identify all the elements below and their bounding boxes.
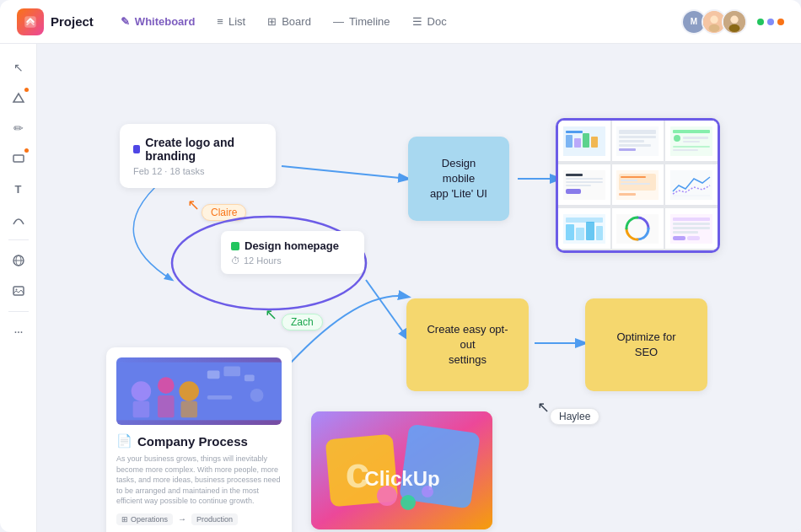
haylee-label: Haylee <box>550 408 599 425</box>
create-logo-card[interactable]: Create logo and branding Feb 12 · 18 tas… <box>120 124 276 188</box>
create-logo-subtitle: Feb 12 · 18 tasks <box>133 166 262 176</box>
svg-rect-19 <box>591 137 598 148</box>
more-tool[interactable]: ··· <box>5 319 32 346</box>
svg-rect-27 <box>673 130 710 133</box>
svg-rect-15 <box>566 131 583 133</box>
create-optout-text: Create easy opt-out settings <box>427 322 508 368</box>
create-logo-title: Create logo and branding <box>133 136 262 163</box>
connector-tool[interactable] <box>5 206 32 233</box>
tab-board[interactable]: ⊞ Board <box>257 10 321 33</box>
tag-operations: ⊞ Operations <box>116 513 173 525</box>
header-right: M <box>681 9 784 35</box>
svg-rect-43 <box>621 183 650 185</box>
arrow-icon: → <box>178 514 186 524</box>
svg-rect-36 <box>566 181 603 183</box>
svg-rect-37 <box>566 185 591 186</box>
app-logo <box>17 8 44 35</box>
image-tool[interactable] <box>5 277 32 304</box>
svg-rect-44 <box>619 193 636 196</box>
svg-point-2 <box>710 15 718 23</box>
svg-point-79 <box>377 486 397 506</box>
zach-label: Zach <box>282 314 323 330</box>
svg-point-3 <box>709 24 720 31</box>
svg-rect-57 <box>673 223 710 225</box>
svg-rect-60 <box>673 236 685 240</box>
status-dot-purple <box>767 19 774 25</box>
svg-rect-42 <box>621 180 637 181</box>
create-optout-card[interactable]: Create easy opt-out settings <box>406 298 529 391</box>
svg-point-81 <box>422 486 433 497</box>
project-title: Project <box>51 14 94 29</box>
doc-icon: ☰ <box>412 15 422 28</box>
svg-rect-51 <box>586 222 594 240</box>
haylee-cursor: ↖ <box>537 398 550 416</box>
optimize-seo-card[interactable]: Optimize for SEO <box>585 298 707 391</box>
svg-point-64 <box>158 377 175 394</box>
document-icon: 📄 <box>116 433 132 449</box>
svg-rect-67 <box>158 395 175 417</box>
grid-cell-7 <box>558 208 610 249</box>
toolbar: ↖ ✏ T ··· <box>0 44 37 532</box>
doc-banner <box>116 357 282 425</box>
grid-cell-3 <box>665 121 718 161</box>
doc-title: 📄 Company Process <box>116 433 282 449</box>
rect-tool[interactable] <box>5 145 32 172</box>
svg-rect-22 <box>619 136 656 138</box>
status-dot-orange <box>777 19 784 25</box>
optimize-seo-text: Optimize for SEO <box>605 330 687 360</box>
design-homepage-card[interactable]: Design homepage ⏱ 12 Hours <box>221 231 364 274</box>
svg-rect-66 <box>133 401 150 418</box>
task-hours: ⏱ 12 Hours <box>231 255 354 266</box>
design-mobile-card[interactable]: Design mobile app 'Lite' UI <box>408 137 509 221</box>
svg-rect-48 <box>566 218 603 223</box>
grid-cell-2 <box>612 121 664 161</box>
tab-list[interactable]: ≡ List <box>207 10 255 33</box>
tab-doc[interactable]: ☰ Doc <box>402 10 457 33</box>
avatar-3 <box>722 9 747 35</box>
status-dot-green <box>757 19 764 25</box>
pen-tool[interactable]: ✏ <box>5 115 32 142</box>
grid-cell-1 <box>558 121 610 161</box>
svg-rect-35 <box>566 178 603 180</box>
tab-whiteboard[interactable]: ✎ Whiteboard <box>110 10 206 33</box>
zach-cursor: ↖ <box>265 305 277 324</box>
cursor-tool[interactable]: ↖ <box>5 54 32 81</box>
timeline-icon: — <box>333 15 344 28</box>
svg-rect-30 <box>683 141 700 142</box>
company-process-card[interactable]: 📄 Company Process As your business grows… <box>106 347 292 532</box>
grid-icon: ⊞ <box>121 515 128 524</box>
svg-rect-17 <box>574 138 581 148</box>
svg-rect-58 <box>673 227 710 229</box>
svg-point-6 <box>729 24 740 31</box>
svg-rect-70 <box>223 367 240 377</box>
svg-rect-18 <box>583 133 589 148</box>
svg-rect-7 <box>13 155 24 162</box>
svg-rect-29 <box>683 137 708 139</box>
tab-timeline[interactable]: — Timeline <box>323 10 400 33</box>
whiteboard-canvas[interactable]: Create logo and branding Feb 12 · 18 tas… <box>37 44 801 532</box>
clock-icon: ⏱ <box>231 255 240 266</box>
grid-cell-4 <box>558 164 610 205</box>
shapes-tool[interactable] <box>5 84 32 111</box>
header: Project ✎ Whiteboard ≡ List ⊞ Board — Ti… <box>0 0 801 44</box>
svg-rect-38 <box>566 189 581 194</box>
grid-cell-9 <box>665 208 718 249</box>
svg-rect-68 <box>180 401 197 418</box>
text-tool[interactable]: T <box>5 175 32 202</box>
svg-point-5 <box>730 15 738 23</box>
globe-tool[interactable] <box>5 247 32 274</box>
task-color-dot-green <box>231 242 239 250</box>
grid-screenshot-card[interactable] <box>556 118 720 253</box>
board-icon: ⊞ <box>267 15 277 28</box>
svg-rect-23 <box>619 140 644 142</box>
design-homepage-title: Design homepage <box>231 239 354 252</box>
clickup-card[interactable]: ClickUp c <box>311 411 492 529</box>
claire-cursor: ↖ <box>187 196 200 214</box>
app-container: Project ✎ Whiteboard ≡ List ⊞ Board — Ti… <box>0 0 801 532</box>
doc-body: As your business grows, things will inev… <box>116 454 282 507</box>
whiteboard-icon: ✎ <box>121 15 130 28</box>
svg-rect-24 <box>619 144 651 147</box>
svg-rect-71 <box>245 374 255 381</box>
main: ↖ ✏ T ··· <box>0 44 801 532</box>
svg-rect-21 <box>619 130 656 134</box>
